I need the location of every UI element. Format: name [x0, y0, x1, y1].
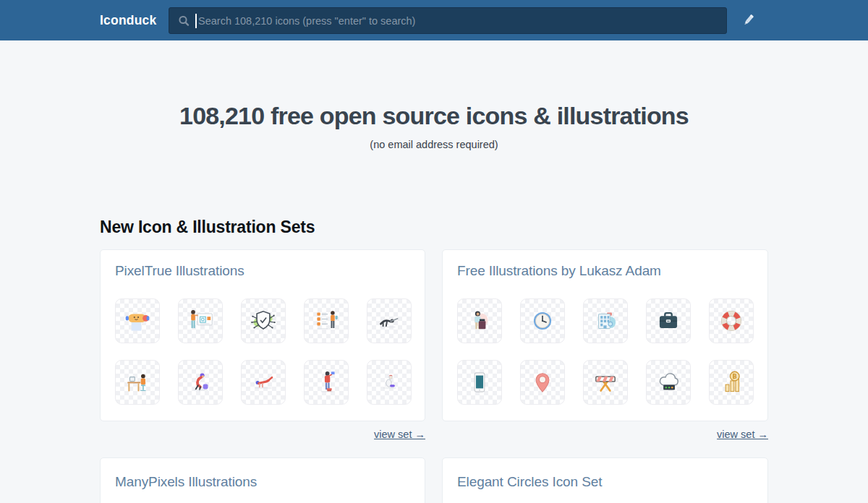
- thumbnail-bitcoin-chart[interactable]: B: [709, 360, 754, 405]
- set-title-manypixels[interactable]: ManyPixels Illustrations: [115, 474, 257, 490]
- thumbnail-paper-towel-roll[interactable]: [115, 298, 160, 343]
- thumbnail-cloud-server[interactable]: [646, 360, 691, 405]
- person-bending-with-bag-icon: [185, 367, 216, 397]
- svg-text:B: B: [733, 373, 737, 380]
- floor-exercise-pose-icon: [248, 367, 278, 397]
- person-kneeling-icon: [374, 367, 404, 397]
- virus-protection-shield-icon: [248, 306, 278, 336]
- person-working-at-desk-icon: [122, 367, 153, 397]
- lifebuoy-icon: [716, 306, 746, 336]
- thumbnail-person-with-bag[interactable]: [178, 360, 223, 405]
- thumbnail-wall-clock[interactable]: [520, 298, 565, 343]
- set-title-elegant-circles[interactable]: Elegant Circles Icon Set: [457, 474, 602, 490]
- view-set-link-pixeltrue[interactable]: view set →: [374, 429, 425, 440]
- thumbnail-office-building[interactable]: [583, 298, 628, 343]
- road-barrier-icon: [590, 367, 621, 397]
- set-title-pixeltrue[interactable]: PixelTrue Illustrations: [115, 263, 244, 279]
- briefcase-icon: [653, 306, 684, 336]
- person-standing-on-stack-icon: [311, 367, 341, 397]
- yoga-crow-pose-icon: [374, 306, 404, 336]
- icon-set-card-pixeltrue: PixelTrue Illustrations: [100, 249, 425, 421]
- search-input[interactable]: [169, 8, 726, 33]
- office-building-icon: [590, 306, 621, 336]
- designer-presenting-board-icon: [185, 306, 216, 336]
- thumbnail-road-barrier[interactable]: [583, 360, 628, 405]
- icon-set-card-manypixels: ManyPixels Illustrations: [100, 457, 425, 503]
- cloud-server-icon: [653, 367, 684, 397]
- top-navigation-bar: Iconduck: [0, 0, 868, 40]
- wall-clock-icon: [527, 306, 558, 336]
- thumbnail-smartphone[interactable]: [457, 360, 502, 405]
- page-subtitle: (no email address required): [0, 139, 868, 150]
- thumbnail-floor-exercise[interactable]: [241, 360, 286, 405]
- logo[interactable]: Iconduck: [100, 0, 156, 40]
- smartphone-icon: [464, 367, 495, 397]
- thumbnail-yoga-pose[interactable]: [367, 298, 412, 343]
- location-pin-icon: [527, 367, 558, 397]
- search-box: [169, 7, 727, 34]
- thumbnail-person-on-stack[interactable]: [304, 360, 349, 405]
- thumbnail-person-kneeling[interactable]: [367, 360, 412, 405]
- pencil-icon[interactable]: [741, 12, 755, 28]
- thumbnail-virus-shield[interactable]: [241, 298, 286, 343]
- icon-set-card-elegant-circles: Elegant Circles Icon Set: [442, 457, 768, 503]
- thumbnail-task-checklist[interactable]: [304, 298, 349, 343]
- set-title-lukasz-adam[interactable]: Free Illustrations by Lukasz Adam: [457, 263, 661, 279]
- view-set-link-lukasz-adam[interactable]: view set →: [717, 429, 768, 440]
- man-at-desk-icon: [464, 306, 495, 336]
- thumbnail-lifebuoy[interactable]: [709, 298, 754, 343]
- icon-set-card-lukasz-adam: Free Illustrations by Lukasz Adam: [442, 249, 768, 421]
- paper-towel-roll-icon: [122, 306, 153, 336]
- thumbnail-briefcase[interactable]: [646, 298, 691, 343]
- thumbnail-location-pin[interactable]: [520, 360, 565, 405]
- view-set-row-pixeltrue: view set →: [100, 428, 425, 441]
- view-set-row-lukasz-adam: view set →: [442, 428, 768, 441]
- thumbnail-designer-presenting[interactable]: [178, 298, 223, 343]
- thumbnail-man-at-desk[interactable]: [457, 298, 502, 343]
- text-caret: [195, 14, 197, 28]
- bitcoin-chart-icon: B: [716, 367, 746, 397]
- new-sets-section-title: New Icon & Illustration Sets: [100, 218, 315, 237]
- task-checklist-person-icon: [311, 306, 341, 336]
- page-title: 108,210 free open source icons & illustr…: [0, 102, 868, 130]
- thumbnail-working-at-desk[interactable]: [115, 360, 160, 405]
